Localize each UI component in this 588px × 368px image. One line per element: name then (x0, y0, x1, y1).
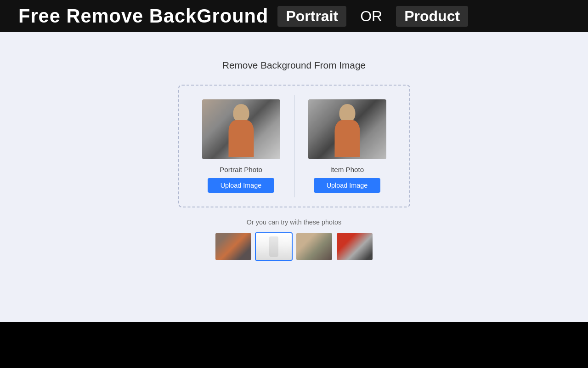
samples-label: Or you can try with these photos (247, 218, 341, 226)
main-content: Remove Background From Image Portrait Ph… (0, 32, 588, 322)
header: Free Remove BackGround Portrait OR Produ… (0, 0, 588, 32)
thumb-car-image (337, 233, 373, 260)
footer (0, 322, 588, 368)
portrait-image (202, 99, 280, 159)
item-image (308, 99, 386, 159)
tab-portrait[interactable]: Portrait (277, 6, 346, 27)
portrait-upload-button[interactable]: Upload Image (208, 178, 275, 193)
header-separator: OR (360, 8, 382, 25)
item-preview (308, 99, 386, 159)
thumb-shoe-image (296, 233, 332, 260)
portrait-label: Portrait Photo (220, 166, 262, 173)
tab-product[interactable]: Product (396, 6, 468, 27)
upload-panel: Portrait Photo Upload Image Item Photo U… (178, 85, 410, 207)
site-title: Free Remove BackGround (18, 5, 268, 27)
portrait-card: Portrait Photo Upload Image (188, 95, 294, 197)
page-title: Remove Background From Image (222, 60, 366, 71)
item-card: Item Photo Upload Image (294, 95, 400, 197)
thumb-person-image (215, 233, 251, 260)
item-upload-button[interactable]: Upload Image (314, 178, 381, 193)
portrait-preview (202, 99, 280, 159)
thumb-bottle-image (256, 233, 292, 260)
samples-row (215, 232, 373, 261)
sample-thumb-bottle[interactable] (255, 232, 293, 261)
sample-thumb-car[interactable] (336, 232, 373, 261)
sample-thumb-person[interactable] (215, 232, 252, 261)
item-label: Item Photo (330, 166, 364, 173)
sample-thumb-shoe[interactable] (295, 232, 333, 261)
